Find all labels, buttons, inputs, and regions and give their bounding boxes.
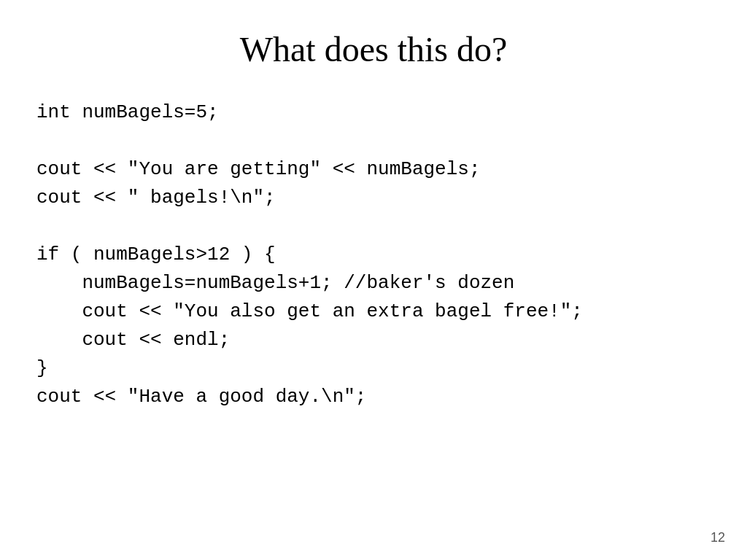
slide: What does this do? int numBagels=5; cout… <box>0 0 747 560</box>
blank-line-1 <box>36 127 725 155</box>
code-line-9: cout << "Have a good day.\n"; <box>36 383 725 411</box>
slide-title: What does this do? <box>22 29 725 69</box>
code-line-1: int numBagels=5; <box>36 98 725 127</box>
code-line-8: } <box>36 354 725 383</box>
page-number: 12 <box>711 530 725 545</box>
blank-line-2 <box>36 212 725 241</box>
code-line-3: cout << " bagels!\n"; <box>36 184 725 212</box>
code-line-6: cout << "You also get an extra bagel fre… <box>36 298 725 326</box>
code-line-5: numBagels=numBagels+1; //baker's dozen <box>36 269 725 298</box>
code-line-4: if ( numBagels>12 ) { <box>36 241 725 269</box>
code-line-2: cout << "You are getting" << numBagels; <box>36 155 725 184</box>
code-line-7: cout << endl; <box>36 326 725 354</box>
code-block: int numBagels=5; cout << "You are gettin… <box>22 98 725 411</box>
